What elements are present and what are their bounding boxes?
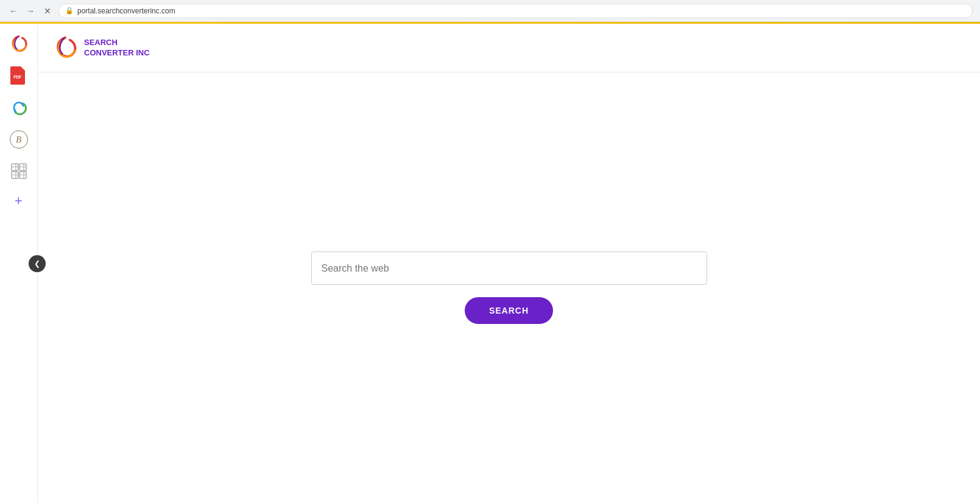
forward-button[interactable]: → <box>24 5 37 17</box>
reload-button[interactable]: ✕ <box>41 5 54 17</box>
sidebar: PDF B <box>0 24 38 503</box>
header-logo-svg <box>52 35 78 61</box>
header-logo: SEARCH CONVERTER INC <box>52 35 150 61</box>
sidebar-collapse-toggle[interactable]: ❮ <box>29 255 46 272</box>
search-input-wrapper <box>311 252 707 285</box>
search-section: SEARCH <box>38 72 980 503</box>
url-text: portal.searchconverterinc.com <box>77 7 175 15</box>
add-sidebar-button[interactable]: + <box>10 192 28 210</box>
lock-icon: 🔒 <box>65 7 74 15</box>
search-input[interactable] <box>311 252 707 285</box>
sidebar-logo-icon[interactable] <box>8 33 30 55</box>
b-circle-sidebar-icon[interactable]: B <box>8 128 30 150</box>
browser-chrome: ← → ✕ 🔒 portal.searchconverterinc.com <box>0 0 980 22</box>
address-bar[interactable]: 🔒 portal.searchconverterinc.com <box>58 4 973 18</box>
grid-sidebar-icon[interactable] <box>8 160 30 182</box>
pdf-sidebar-icon[interactable]: PDF <box>8 65 30 87</box>
header-bar: SEARCH CONVERTER INC <box>38 24 980 72</box>
back-button[interactable]: ← <box>7 5 19 17</box>
header-logo-text: SEARCH CONVERTER INC <box>84 38 150 58</box>
chevron-left-icon: ❮ <box>34 259 40 268</box>
browser-content: PDF B <box>0 24 980 503</box>
search-button[interactable]: SEARCH <box>465 297 553 324</box>
b-circle: B <box>10 130 28 149</box>
arrow-refresh-sidebar-icon[interactable] <box>8 97 30 119</box>
main-content: SEARCH CONVERTER INC SEARCH <box>38 24 980 503</box>
